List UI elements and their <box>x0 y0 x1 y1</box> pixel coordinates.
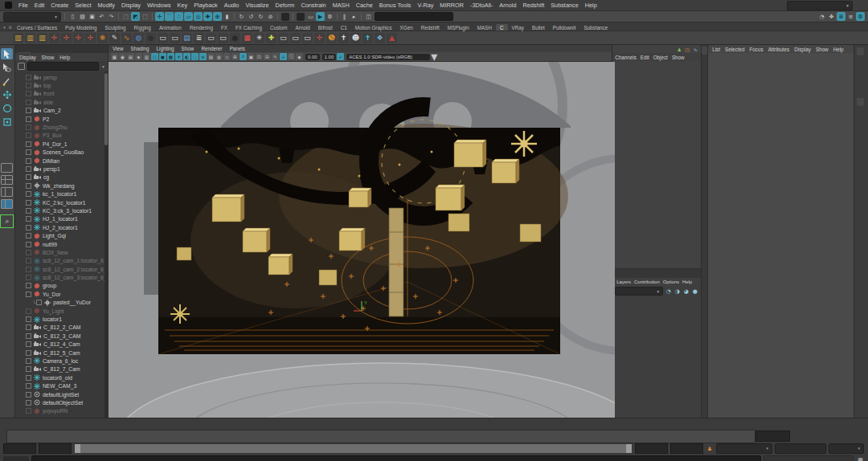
attribute-editor-menu-focus[interactable]: Focus <box>749 47 763 52</box>
outliner-item-kc-2-kc-locator1[interactable]: KC_2:kc_locator1 <box>15 198 108 206</box>
expand-box-icon[interactable] <box>26 200 31 206</box>
outliner-item-wk-zhedang[interactable]: Wk_zhedang <box>15 182 108 190</box>
tool-settings-toggle-icon[interactable]: ⚙ <box>856 12 865 21</box>
expand-box-icon[interactable] <box>36 300 42 305</box>
expand-box-icon[interactable] <box>26 183 31 189</box>
snap-grid-icon[interactable]: ✛ <box>155 12 164 21</box>
outliner-item-p4-dor-1[interactable]: P4_Dor_1 <box>15 140 108 148</box>
outliner-item-scenes-guobao[interactable]: Scenes_GuoBao <box>15 149 108 157</box>
playback-end-field[interactable] <box>635 443 668 454</box>
shelf-pen-icon[interactable]: ✎ <box>109 33 120 43</box>
shelf-clipboard-icon[interactable]: ▤ <box>182 33 192 43</box>
menu-3dtoall[interactable]: -3DtoAll- <box>470 2 493 9</box>
attribute-editor-menu-help[interactable]: Help <box>833 47 844 52</box>
expand-box-icon[interactable] <box>26 225 31 230</box>
shelf-tab-c[interactable]: C <box>496 24 508 31</box>
expand-box-icon[interactable] <box>26 258 31 263</box>
menu-visualize[interactable]: Visualize <box>245 2 268 9</box>
image-plane-icon[interactable]: ▥ <box>143 53 150 60</box>
outliner-item-cg[interactable]: cg <box>15 173 108 182</box>
outliner-menu-show[interactable]: Show <box>42 55 55 60</box>
expand-box-icon[interactable] <box>26 100 31 105</box>
command-line-input[interactable] <box>31 455 761 461</box>
channel-box-menu-object[interactable]: Object <box>653 55 668 60</box>
viewport-menu-show[interactable]: Show <box>182 46 194 51</box>
shelf-monitor-fpe-icon[interactable]: ▭ <box>158 33 168 43</box>
range-slider[interactable] <box>74 443 633 454</box>
outliner-item-defaultobjectset[interactable]: defaultObjectSet <box>15 398 108 406</box>
outliner-item-camera-6-loc[interactable]: Camera_6_loc <box>15 357 108 365</box>
select-component-icon[interactable]: ⬚ <box>141 12 149 21</box>
grease-pencil-icon[interactable]: ✎ <box>272 53 279 60</box>
menu-display[interactable]: Display <box>121 2 141 9</box>
zoom-search-icon[interactable]: ⌕ <box>0 214 14 228</box>
shelf-flame-icon[interactable]: ▲ <box>387 33 397 43</box>
help-grid-icon[interactable]: ▦ <box>856 456 865 461</box>
lighting-icon[interactable]: ☀ <box>175 53 182 60</box>
expand-box-icon[interactable] <box>26 141 31 147</box>
content-browser-vertical-tab[interactable] <box>857 47 864 55</box>
expand-box-icon[interactable] <box>26 149 31 155</box>
expand-box-icon[interactable] <box>26 392 31 398</box>
expand-box-icon[interactable] <box>26 316 31 322</box>
expand-box-icon[interactable] <box>26 233 31 239</box>
menu-deform[interactable]: Deform <box>276 2 295 9</box>
expand-box-icon[interactable] <box>26 292 31 297</box>
shelf-tab-c1[interactable]: C1 <box>337 24 351 31</box>
outliner-item-locator1[interactable]: locator1 <box>15 315 108 323</box>
outliner-item-pasted-yudor[interactable]: └pasted__YuDor <box>15 299 108 307</box>
colorspace-select[interactable]: ACES 1.0 SDR-video (sRGB) <box>346 54 430 60</box>
layer-editor-menu-layers[interactable]: Layers <box>616 279 631 284</box>
menu-edit[interactable]: Edit <box>35 2 45 9</box>
colorspace-enabled-icon[interactable]: ✓ <box>337 53 344 60</box>
shelf-tab-sculpting[interactable]: Sculpting <box>101 24 130 31</box>
shelf-wire-sphere-icon[interactable]: ◍ <box>133 33 144 43</box>
shelf-tab-bullet[interactable]: Bullet <box>528 24 549 31</box>
shelf-sphere-icon[interactable]: ● <box>145 33 156 43</box>
outliner-item-side[interactable]: side <box>15 98 108 106</box>
expand-box-icon[interactable] <box>26 400 31 406</box>
motion-blur-icon[interactable]: ≋ <box>199 53 207 60</box>
exposure-field[interactable]: 0.00 <box>305 54 320 60</box>
menu-substance[interactable]: Substance <box>551 2 578 9</box>
layer-down-icon[interactable]: ● <box>691 288 698 295</box>
render-settings-icon[interactable]: ⚙ <box>326 12 334 21</box>
resolution-gate-icon[interactable]: ⌗ <box>240 53 247 60</box>
layer-editor-menu-options[interactable]: Options <box>663 279 679 284</box>
anim-start-field[interactable] <box>3 443 36 454</box>
shelf-mask-icon[interactable]: ☻ <box>350 33 361 43</box>
camera-attributes-icon[interactable]: ▤ <box>127 53 134 60</box>
maya-app-icon[interactable] <box>5 2 12 9</box>
shelf-tab-custom[interactable]: Custom <box>266 24 292 31</box>
shelf-tab-redshift[interactable]: Redshift <box>417 24 444 31</box>
outliner-item-dimian[interactable]: DiMian <box>15 157 108 165</box>
menu-set-select[interactable]: ▼ <box>3 12 61 22</box>
safe-title-icon[interactable]: ⊟ <box>264 53 271 60</box>
expand-box-icon[interactable] <box>26 91 31 96</box>
outliner-item-c-812-5-cam[interactable]: C_812_5_Cam <box>15 349 108 357</box>
expand-box-icon[interactable] <box>26 216 31 222</box>
gamma-field[interactable]: 1.00 <box>322 54 337 60</box>
layout-four-pane-button[interactable] <box>1 175 13 185</box>
panel-layout-icon[interactable]: ◫ <box>364 12 373 21</box>
viewcube-icon[interactable]: ◆ <box>296 53 303 60</box>
status-search-input[interactable] <box>375 12 453 21</box>
shelf-tab-poly-modeling[interactable]: Poly Modeling <box>61 24 101 31</box>
menu-audio[interactable]: Audio <box>224 2 240 9</box>
menu-redshift[interactable]: Redshift <box>522 2 544 9</box>
layer-mode-icon[interactable]: ◳ <box>684 46 690 52</box>
shelf-monitor-ne-icon[interactable]: ▭ <box>170 33 180 43</box>
workspace-select[interactable]: ▼ <box>787 1 853 10</box>
expand-box-icon[interactable] <box>26 283 31 288</box>
shelf-burst-icon[interactable]: ✳ <box>254 33 264 43</box>
anim-layer-select[interactable] <box>775 443 826 454</box>
time-slider[interactable] <box>6 430 755 443</box>
expand-box-icon[interactable] <box>26 116 31 122</box>
shelf-sphere-dark-icon[interactable]: ● <box>230 33 240 43</box>
shelf-curve-icon[interactable]: ∿ <box>121 33 132 43</box>
redo-icon[interactable]: ↷ <box>107 12 116 21</box>
outliner-item-hj-2-locator1[interactable]: HJ_2_locator1 <box>15 223 108 231</box>
expand-box-icon[interactable] <box>26 250 31 255</box>
menu-constrain[interactable]: Constrain <box>301 2 326 9</box>
playback-start-field[interactable] <box>39 443 72 454</box>
